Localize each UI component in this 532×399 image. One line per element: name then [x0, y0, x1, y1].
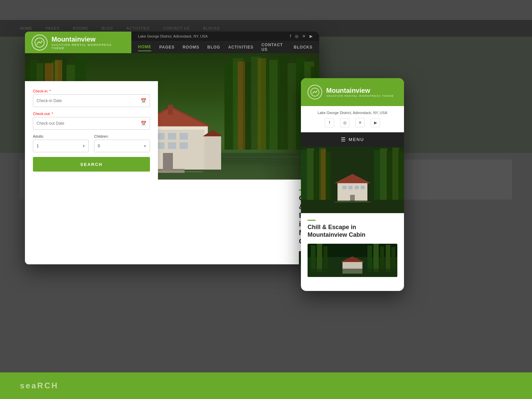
desktop-social-icons: f ◎ ✕ ▶: [290, 34, 313, 39]
adults-label: Adults:: [33, 134, 89, 138]
nav-item-home[interactable]: HOME: [138, 43, 151, 51]
svg-rect-34: [224, 63, 234, 150]
bg-search-bar: seaRCH: [0, 372, 532, 399]
guests-row: Adults: 1 2 3 4 ▼ Children:: [33, 134, 150, 152]
nav-item-activities[interactable]: ACTIVITIES: [228, 44, 253, 51]
checkin-label: Check-in: *: [33, 89, 150, 93]
bg-search-label: seaRCH: [20, 381, 59, 390]
mobile-accent-line: [308, 220, 316, 221]
children-select[interactable]: 0 1 2 3: [94, 140, 150, 152]
mobile-menu-bar[interactable]: ☰ MENU: [301, 132, 404, 147]
checkin-input-wrapper: 📅: [33, 94, 150, 107]
mobile-content: Chill & Escape in Mountainview Cabin: [301, 213, 404, 284]
desktop-mockup: Mountainview VACATION RENTAL WORDPRESS T…: [25, 32, 319, 264]
hamburger-icon: ☰: [341, 136, 346, 143]
nav-item-pages[interactable]: PAGES: [159, 44, 175, 51]
svg-rect-86: [324, 246, 328, 272]
mobile-address-bar: Lake George District, Adirondack, NY, US…: [301, 106, 404, 132]
mobile-instagram-icon[interactable]: ◎: [340, 118, 349, 127]
booking-spacer: [25, 180, 158, 264]
search-button[interactable]: SEARCH: [33, 157, 150, 172]
mobile-header: Mountainview VACATION RENTAL WORDPRESS T…: [301, 78, 404, 106]
calendar-icon-checkin: 📅: [141, 98, 146, 103]
instagram-icon[interactable]: ◎: [295, 34, 298, 39]
checkout-input-wrapper: 📅: [33, 117, 150, 130]
svg-rect-30: [204, 136, 221, 170]
nav-item-blocks[interactable]: BLOCKS: [294, 44, 313, 51]
svg-rect-94: [308, 269, 397, 277]
svg-rect-75: [380, 148, 387, 200]
desktop-content-area: Chill & Escape in Mountainview Cabin: [25, 180, 319, 264]
bg-nav-blog: BLOG: [102, 26, 113, 30]
checkin-group: Check-in: * 📅: [33, 89, 150, 107]
bg-nav-home: HOME: [20, 26, 32, 30]
children-select-wrapper: 0 1 2 3 ▼: [94, 140, 150, 152]
mobile-facebook-icon[interactable]: f: [325, 118, 334, 127]
booking-widget: Check-in: * 📅 Check-out: * 📅 Adults:: [25, 81, 158, 180]
bg-nav-rooms: ROOMS: [73, 26, 88, 30]
bg-nav-pages: PAGES: [46, 26, 60, 30]
mobile-mockup: Mountainview VACATION RENTAL WORDPRESS T…: [301, 78, 404, 291]
desktop-address: Lake George District, Adirondack, NY, US…: [138, 34, 208, 38]
desktop-logo-subtitle: VACATION RENTAL WORDPRESS THEME: [52, 43, 125, 50]
youtube-icon[interactable]: ▶: [310, 34, 313, 39]
svg-rect-24: [180, 142, 188, 149]
svg-rect-25: [163, 153, 173, 170]
mobile-youtube-icon[interactable]: ▶: [371, 118, 380, 127]
desktop-nav-top: Lake George District, Adirondack, NY, US…: [131, 32, 319, 41]
adults-select[interactable]: 1 2 3 4: [33, 140, 89, 152]
children-group: Children: 0 1 2 3 ▼: [94, 134, 150, 152]
svg-rect-41: [288, 63, 296, 150]
twitter-icon[interactable]: ✕: [302, 34, 306, 39]
svg-rect-72: [361, 186, 365, 189]
checkout-label: Check-out: *: [33, 112, 150, 116]
bg-nav-activities: ACTIVITIES: [126, 26, 150, 30]
svg-rect-20: [180, 133, 188, 140]
nav-item-rooms[interactable]: ROOMS: [183, 44, 199, 51]
svg-rect-70: [348, 186, 352, 189]
svg-rect-23: [168, 142, 176, 149]
svg-rect-63: [307, 148, 314, 200]
mobile-social-bar: f ◎ ✕ ▶: [308, 118, 397, 127]
svg-rect-71: [355, 186, 359, 189]
svg-rect-28: [168, 105, 173, 115]
desktop-hero: Check-in: * 📅 Check-out: * 📅 Adults:: [25, 53, 319, 180]
svg-rect-45: [238, 62, 245, 150]
svg-rect-69: [342, 186, 346, 189]
mobile-hero-svg: [301, 147, 404, 213]
desktop-logo-area: Mountainview VACATION RENTAL WORDPRESS T…: [25, 32, 131, 53]
svg-rect-64: [314, 151, 320, 200]
svg-rect-40: [278, 55, 289, 150]
svg-rect-78: [398, 152, 404, 200]
children-label: Children:: [94, 134, 150, 138]
checkin-input[interactable]: [37, 98, 141, 103]
mobile-logo-icon: [308, 85, 322, 99]
checkout-input[interactable]: [37, 121, 141, 126]
mobile-twitter-icon[interactable]: ✕: [355, 118, 365, 127]
svg-rect-76: [387, 151, 393, 200]
desktop-nav-area: Lake George District, Adirondack, NY, US…: [131, 32, 319, 53]
calendar-icon-checkout: 📅: [141, 121, 146, 126]
nav-item-blog[interactable]: BLOG: [207, 44, 220, 51]
svg-rect-81: [334, 201, 371, 202]
adults-group: Adults: 1 2 3 4 ▼: [33, 134, 89, 152]
svg-rect-66: [325, 152, 331, 200]
mobile-content-img-svg: [308, 244, 397, 277]
desktop-logo-title: Mountainview: [52, 35, 125, 43]
desktop-nav-menu: HOME PAGES ROOMS BLOG ACTIVITIES CONTACT…: [131, 41, 319, 53]
desktop-header: Mountainview VACATION RENTAL WORDPRESS T…: [25, 32, 319, 53]
desktop-logo-icon: [32, 35, 48, 51]
mobile-hero: [301, 147, 404, 213]
svg-rect-74: [374, 150, 381, 200]
facebook-icon[interactable]: f: [290, 34, 291, 39]
svg-rect-84: [311, 245, 316, 272]
svg-rect-85: [317, 244, 322, 272]
desktop-logo-text: Mountainview VACATION RENTAL WORDPRESS T…: [52, 35, 125, 50]
svg-rect-77: [392, 148, 399, 200]
svg-rect-89: [367, 245, 372, 272]
svg-rect-92: [386, 245, 390, 272]
mobile-logo-subtitle: VACATION RENTAL WORDPRESS THEME: [326, 94, 394, 97]
svg-rect-93: [391, 247, 395, 272]
nav-item-contact[interactable]: CONTACT US: [261, 41, 286, 53]
svg-rect-62: [301, 150, 308, 200]
